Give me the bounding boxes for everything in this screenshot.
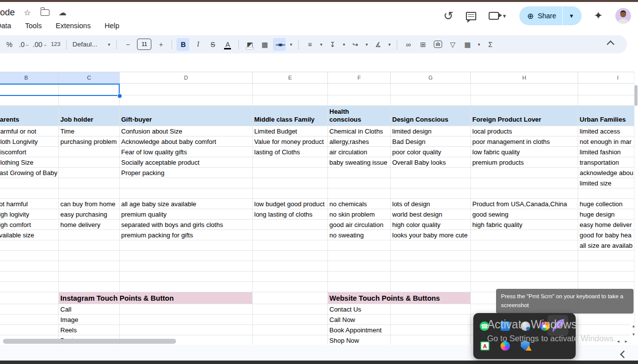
cell[interactable]: Clothing Size — [0, 157, 59, 168]
cell[interactable] — [578, 261, 634, 272]
cell[interactable] — [253, 95, 328, 106]
cell[interactable] — [0, 240, 59, 251]
cell[interactable] — [391, 178, 471, 188]
increase-decimal-places-button[interactable]: .00→ — [33, 38, 47, 51]
font-family-caret[interactable]: ▾ — [106, 38, 112, 51]
cell[interactable]: Website Touch Points & Buttons — [328, 292, 391, 304]
cell[interactable] — [328, 251, 391, 261]
cell[interactable]: Middle class Family — [253, 106, 328, 126]
increase-font-size-button[interactable]: + — [154, 38, 167, 51]
cell[interactable] — [471, 272, 578, 282]
cell[interactable] — [471, 230, 578, 240]
cell[interactable] — [0, 95, 59, 106]
cell[interactable] — [471, 95, 578, 106]
cell[interactable]: Contact Us — [328, 304, 391, 315]
insert-comment-button[interactable]: ⊞ — [416, 38, 429, 51]
cell[interactable]: premium packing for gifts — [120, 230, 253, 240]
menu-extensions[interactable]: Extensions — [55, 21, 92, 31]
cell[interactable]: easy purchasing — [59, 209, 120, 220]
cell[interactable]: high comfort — [0, 220, 59, 230]
cell[interactable] — [253, 220, 328, 230]
cell[interactable]: huge collection — [578, 199, 634, 209]
column-header-F[interactable]: F — [328, 72, 391, 84]
move-folder-icon[interactable] — [41, 9, 49, 16]
cell[interactable]: Reels — [59, 325, 120, 335]
horizontal-scrollbar-thumb[interactable] — [3, 339, 176, 344]
cell[interactable] — [59, 230, 120, 240]
cell[interactable] — [120, 240, 253, 251]
cell[interactable] — [59, 95, 120, 106]
decrease-decimal-places-button[interactable]: .0← — [18, 38, 31, 51]
cell[interactable]: poor management in cloths — [471, 136, 578, 147]
cell[interactable] — [0, 325, 59, 335]
cell[interactable]: no chemicals — [328, 199, 391, 209]
blue-app-icon[interactable] — [501, 321, 510, 331]
cell[interactable] — [120, 325, 253, 335]
share-button[interactable]: ⊕ Share ▼ — [519, 6, 582, 25]
cell[interactable] — [328, 282, 391, 292]
cell[interactable] — [391, 325, 471, 335]
cell[interactable] — [0, 304, 59, 315]
cell[interactable]: air circulation — [328, 147, 391, 157]
cell[interactable]: limited fashion — [578, 147, 634, 157]
insert-link-button[interactable]: ∞ — [402, 38, 414, 51]
cell[interactable]: local products — [471, 126, 578, 136]
cell[interactable] — [253, 335, 328, 345]
cell[interactable] — [253, 272, 328, 282]
vertical-scrollbar-track[interactable] — [634, 72, 638, 338]
adobe-icon[interactable]: A — [480, 341, 490, 351]
cell[interactable] — [59, 282, 120, 292]
text-wrapping-caret[interactable]: ▾ — [364, 38, 369, 51]
cell[interactable]: premium products — [471, 157, 578, 168]
cell[interactable]: Call Now — [328, 315, 391, 325]
menu-help[interactable]: Help — [103, 21, 120, 31]
sphere-icon[interactable] — [521, 321, 530, 331]
cell[interactable] — [0, 188, 59, 199]
fill-handle[interactable] — [117, 93, 122, 98]
horizontal-align-caret[interactable]: ▾ — [318, 38, 324, 51]
cell[interactable] — [391, 272, 471, 282]
cell[interactable] — [120, 304, 253, 315]
table-views-caret[interactable]: ▾ — [476, 38, 482, 51]
copilot-icon[interactable] — [501, 341, 510, 351]
cell[interactable]: Cloth Longivity — [0, 136, 59, 147]
cell[interactable] — [391, 84, 471, 95]
color-wheel-icon[interactable] — [540, 321, 549, 331]
cell[interactable]: available size — [0, 230, 59, 240]
cell[interactable]: Socially acceptable product — [120, 157, 253, 168]
cell[interactable] — [120, 272, 253, 282]
cell[interactable] — [391, 240, 471, 251]
cell[interactable]: premium quality — [120, 209, 253, 220]
cell[interactable]: world best design — [391, 209, 471, 220]
cell[interactable] — [391, 315, 471, 325]
cell[interactable]: Confusion about Size — [120, 126, 253, 136]
bold-button[interactable]: B — [177, 38, 189, 51]
cell[interactable] — [471, 178, 578, 188]
cell[interactable]: can buy from home — [59, 199, 120, 209]
cell[interactable]: lasting of Cloths — [253, 147, 328, 157]
cell[interactable] — [391, 304, 471, 315]
document-title[interactable]: ode — [0, 7, 15, 18]
scroll-right-button[interactable]: ► — [623, 338, 630, 345]
cell[interactable] — [253, 168, 328, 178]
cell[interactable]: long lasting of cloths — [253, 209, 328, 220]
cell[interactable]: Book Appointment — [328, 325, 391, 335]
cell[interactable] — [328, 188, 391, 199]
cell[interactable] — [59, 157, 120, 168]
cell[interactable]: Bad Design — [391, 136, 471, 147]
cell[interactable] — [391, 335, 471, 345]
cell[interactable] — [0, 261, 59, 272]
column-header-I[interactable]: I — [578, 72, 634, 84]
fill-color-button[interactable]: ◩ — [243, 38, 256, 51]
cell[interactable]: Health conscious — [328, 106, 391, 126]
cell[interactable]: Discomfort — [0, 147, 59, 157]
cell[interactable]: separated with boys and girls cloths — [120, 220, 253, 230]
cell[interactable]: no sweating — [328, 230, 391, 240]
menu-tools[interactable]: Tools — [24, 21, 43, 31]
cell[interactable]: transportation — [578, 157, 634, 168]
cell[interactable] — [253, 84, 328, 95]
cell[interactable]: Fast Growing of Baby — [0, 168, 59, 178]
cell[interactable]: Limited Budget — [253, 126, 328, 136]
menu-data[interactable]: Data — [0, 21, 12, 31]
table-views-button[interactable]: ▦ — [461, 38, 474, 51]
